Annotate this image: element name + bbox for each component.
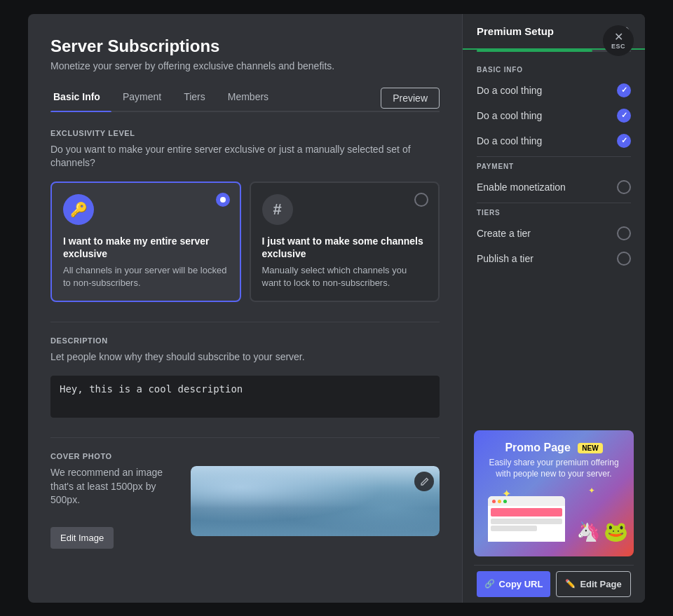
setup-item-label-0: Do a cool thing xyxy=(477,85,542,96)
right-panel: Premium Setup ⌃ BASIC INFO Do a cool thi… xyxy=(463,14,645,603)
esc-button[interactable]: ✕ ESC xyxy=(603,25,634,56)
sparkle-2: ✦ xyxy=(588,486,595,495)
copy-url-button[interactable]: 🔗 Copy URL xyxy=(477,571,550,597)
tab-basic-info[interactable]: Basic Info xyxy=(50,85,111,111)
exclusivity-label: EXCLUSIVITY LEVEL xyxy=(50,129,440,137)
setup-label-tiers: TIERS xyxy=(477,209,631,217)
setup-item-label-3: Enable monetization xyxy=(477,182,566,193)
setup-item-1: Do a cool thing ✓ xyxy=(477,103,631,128)
exclusivity-cards: 🔑 I want to make my entire server exclus… xyxy=(50,182,440,303)
char-1: 🦄 xyxy=(576,522,601,542)
promo-title: Promo Page xyxy=(505,442,570,453)
check-5 xyxy=(617,252,631,266)
card-some-title: I just want to make some channels exclus… xyxy=(262,235,428,260)
left-panel: Server Subscriptions Monetize your serve… xyxy=(28,14,463,603)
tab-payment[interactable]: Payment xyxy=(120,85,172,111)
card-entire-title: I want to make my entire server exclusiv… xyxy=(63,235,229,260)
promo-subtitle: Easily share your premium offering with … xyxy=(485,457,623,481)
setup-item-3: Enable monetization xyxy=(477,174,631,200)
check-4 xyxy=(617,226,631,240)
edit-image-button[interactable]: Edit Image xyxy=(50,527,114,549)
description-hint: Let people know why they should subscrib… xyxy=(50,350,440,364)
tab-members[interactable]: Members xyxy=(225,85,280,111)
setup-divider-1 xyxy=(477,156,631,157)
setup-item-label-5: Publish a tier xyxy=(477,253,533,264)
card-entire-desc: All channels in your server will be lock… xyxy=(63,264,229,289)
esc-label: ESC xyxy=(611,43,625,50)
promo-badge: NEW xyxy=(578,443,602,453)
preview-button[interactable]: Preview xyxy=(381,88,440,109)
page-subtitle: Monetize your server by offering exclusi… xyxy=(50,60,440,71)
promo-characters: 🦄 🐸 xyxy=(576,522,628,542)
check-2: ✓ xyxy=(617,134,631,148)
cover-layout: We recommend an image that's at least 15… xyxy=(50,466,440,549)
description-label: DESCRIPTION xyxy=(50,336,440,345)
radio-some xyxy=(414,193,428,207)
char-2: 🐸 xyxy=(604,522,628,542)
setup-item-label-2: Do a cool thing xyxy=(477,135,542,146)
copy-url-label: Copy URL xyxy=(499,579,543,589)
promo-card: Promo Page NEW Easily share your premium… xyxy=(474,430,634,556)
key-icon: 🔑 xyxy=(63,194,94,225)
exclusivity-description: Do you want to make your entire server e… xyxy=(50,143,440,170)
pencil-icon: ✏️ xyxy=(565,579,576,589)
separator-2 xyxy=(50,437,440,438)
description-section: DESCRIPTION Let people know why they sho… xyxy=(50,336,440,420)
browser-mockup xyxy=(488,496,565,542)
cover-photo-label: COVER PHOTO xyxy=(50,452,440,460)
check-1: ✓ xyxy=(617,109,631,123)
modal: Server Subscriptions Monetize your serve… xyxy=(28,14,645,603)
separator-1 xyxy=(50,322,440,322)
setup-item-4: Create a tier xyxy=(477,221,631,246)
premium-setup-title: Premium Setup xyxy=(477,25,554,37)
link-icon: 🔗 xyxy=(484,579,495,589)
setup-item-5: Publish a tier xyxy=(477,246,631,271)
exclusivity-section: EXCLUSIVITY LEVEL Do you want to make yo… xyxy=(50,129,440,303)
card-some-desc: Manually select which channels you want … xyxy=(262,264,428,289)
tab-tiers[interactable]: Tiers xyxy=(181,85,217,111)
cover-photo-section: COVER PHOTO We recommend an image that's… xyxy=(50,452,440,549)
setup-divider-2 xyxy=(477,203,631,203)
setup-item-2: Do a cool thing ✓ xyxy=(477,128,631,153)
page-title: Server Subscriptions xyxy=(50,36,440,56)
setup-item-label-1: Do a cool thing xyxy=(477,110,542,121)
setup-list: BASIC INFO Do a cool thing ✓ Do a cool t… xyxy=(463,52,645,422)
setup-label-basic-info: BASIC INFO xyxy=(477,66,631,74)
edit-page-label: Edit Page xyxy=(580,579,621,589)
cover-image xyxy=(191,466,440,536)
cover-photo-hint: We recommend an image that's at least 15… xyxy=(50,466,177,507)
radio-entire xyxy=(216,193,230,207)
cover-text: We recommend an image that's at least 15… xyxy=(50,466,177,549)
setup-item-0: Do a cool thing ✓ xyxy=(477,78,631,103)
hash-icon: # xyxy=(262,194,293,225)
promo-actions: 🔗 Copy URL ✏️ Edit Page xyxy=(474,565,634,603)
cover-image-wrapper xyxy=(191,466,440,536)
check-3 xyxy=(617,180,631,194)
setup-label-payment: PAYMENT xyxy=(477,163,631,170)
tabs-container: Basic Info Payment Tiers Members Preview xyxy=(50,85,440,112)
promo-illustration: ✦ ✦ 🦄 xyxy=(474,486,634,542)
excl-card-entire[interactable]: 🔑 I want to make my entire server exclus… xyxy=(50,182,241,303)
edit-page-button[interactable]: ✏️ Edit Page xyxy=(556,571,631,597)
close-icon: ✕ xyxy=(614,32,623,43)
check-0: ✓ xyxy=(617,83,631,97)
modal-overlay: Server Subscriptions Monetize your serve… xyxy=(0,0,673,616)
cover-edit-icon[interactable] xyxy=(414,472,434,491)
setup-item-label-4: Create a tier xyxy=(477,228,531,239)
description-textarea[interactable]: Hey, this is a cool description xyxy=(50,376,440,418)
excl-card-some[interactable]: # I just want to make some channels excl… xyxy=(250,182,440,303)
cover-image-inner xyxy=(191,466,440,536)
promo-title-row: Promo Page NEW xyxy=(485,442,623,454)
promo-content: Promo Page NEW Easily share your premium… xyxy=(474,430,634,486)
